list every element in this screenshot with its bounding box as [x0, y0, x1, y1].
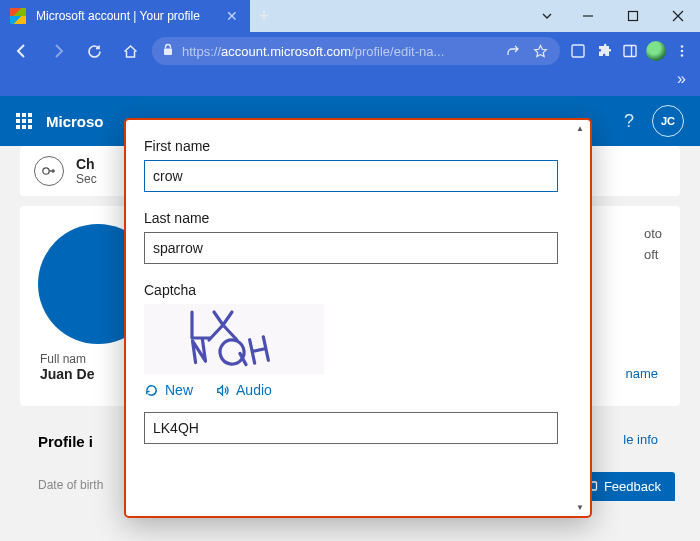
edit-name-dialog: ▲ ▼ First name Last name Captcha New — [124, 118, 592, 518]
browser-tab[interactable]: Microsoft account | Your profile ✕ — [0, 0, 250, 32]
svg-point-4 — [681, 45, 684, 48]
captcha-audio-label: Audio — [236, 382, 272, 398]
home-button[interactable] — [116, 37, 144, 65]
maximize-button[interactable] — [610, 0, 655, 32]
forward-button[interactable] — [44, 37, 72, 65]
back-button[interactable] — [8, 37, 36, 65]
captcha-image — [144, 304, 324, 374]
svg-rect-2 — [572, 45, 584, 57]
refresh-icon — [144, 383, 159, 398]
first-name-label: First name — [144, 138, 572, 154]
captcha-new-button[interactable]: New — [144, 382, 193, 398]
share-icon[interactable] — [502, 41, 522, 61]
audio-icon — [215, 383, 230, 398]
edit-profile-link[interactable]: le info — [623, 432, 658, 447]
tab-strip: Microsoft account | Your profile ✕ + — [0, 0, 700, 32]
alert-subtitle: Sec — [76, 172, 97, 186]
side-text-1: oto — [644, 224, 662, 245]
tab-close-icon[interactable]: ✕ — [226, 8, 238, 24]
captcha-audio-button[interactable]: Audio — [215, 382, 272, 398]
svg-rect-0 — [628, 12, 637, 21]
close-window-button[interactable] — [655, 0, 700, 32]
svg-point-7 — [43, 168, 49, 174]
first-name-input[interactable] — [144, 160, 558, 192]
extension-icon-1[interactable] — [568, 41, 588, 61]
full-name-row: Full nam Juan De — [40, 352, 94, 382]
url-text: https://account.microsoft.com/profile/ed… — [182, 44, 494, 59]
last-name-input[interactable] — [144, 232, 558, 264]
captcha-label: Captcha — [144, 282, 572, 298]
tab-search-icon[interactable] — [529, 0, 565, 32]
scroll-down-icon[interactable]: ▼ — [576, 503, 584, 512]
brand-name: Microso — [46, 113, 104, 130]
captcha-new-label: New — [165, 382, 193, 398]
browser-toolbar: https://account.microsoft.com/profile/ed… — [0, 32, 700, 70]
lock-icon — [162, 43, 174, 59]
dob-label: Date of birth — [38, 478, 103, 492]
ms-favicon — [10, 8, 26, 24]
alert-title: Ch — [76, 156, 97, 172]
profile-info-header: Profile i — [38, 415, 93, 456]
svg-rect-3 — [624, 46, 636, 57]
tab-title: Microsoft account | Your profile — [36, 9, 216, 23]
full-name-value: Juan De — [40, 366, 94, 382]
svg-point-6 — [681, 54, 684, 57]
app-launcher-icon[interactable] — [16, 113, 32, 129]
browser-menu-icon[interactable] — [672, 41, 692, 61]
scroll-up-icon[interactable]: ▲ — [576, 124, 584, 133]
side-text-2: oft — [644, 245, 662, 266]
last-name-label: Last name — [144, 210, 572, 226]
new-tab-button[interactable]: + — [250, 6, 278, 27]
full-name-label: Full nam — [40, 352, 94, 366]
help-icon[interactable]: ? — [624, 111, 634, 132]
svg-point-5 — [681, 50, 684, 53]
feedback-label: Feedback — [604, 479, 661, 494]
bookmark-bar: » — [0, 70, 700, 96]
edit-name-link[interactable]: name — [625, 366, 658, 381]
bookmark-star-icon[interactable] — [530, 41, 550, 61]
chevron-right-icon[interactable]: » — [677, 70, 686, 96]
key-icon — [34, 156, 64, 186]
captcha-input[interactable] — [144, 412, 558, 444]
profile-avatar-icon[interactable] — [646, 41, 666, 61]
sidepanel-icon[interactable] — [620, 41, 640, 61]
minimize-button[interactable] — [565, 0, 610, 32]
svg-rect-1 — [164, 49, 172, 56]
address-bar[interactable]: https://account.microsoft.com/profile/ed… — [152, 37, 560, 65]
reload-button[interactable] — [80, 37, 108, 65]
user-avatar[interactable]: JC — [652, 105, 684, 137]
extensions-puzzle-icon[interactable] — [594, 41, 614, 61]
